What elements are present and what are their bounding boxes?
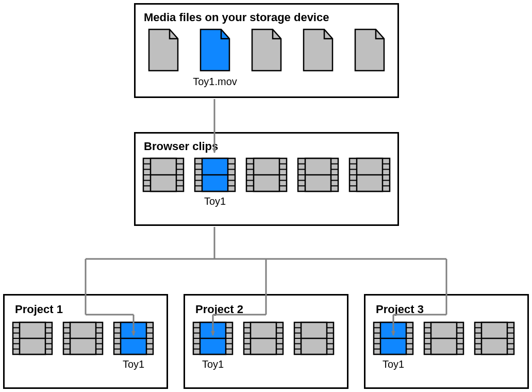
browser-box: Browser clips <box>134 132 399 226</box>
clip-item <box>474 321 515 355</box>
project-box-3: Project 3 Toy1 <box>364 294 529 389</box>
clip-label: Toy1 <box>202 358 224 370</box>
project-box-2: Project 2 Toy1 <box>184 294 348 389</box>
file-item <box>297 28 339 73</box>
clip-icon <box>348 157 391 192</box>
clip-icon <box>245 157 288 192</box>
file-item <box>143 28 184 73</box>
clip-item <box>349 157 390 192</box>
clip-item: Toy1 <box>194 157 236 207</box>
clip-icon <box>62 321 104 355</box>
storage-title: Media files on your storage device <box>144 11 390 24</box>
storage-files-row: Toy1.mov <box>143 28 390 88</box>
project-box-1: Project 1 <box>3 294 168 389</box>
clip-item <box>143 157 184 192</box>
project-clips-row: Toy1 <box>192 321 340 370</box>
browser-clips-row: Toy1 <box>143 157 390 207</box>
diagram-stage: Media files on your storage device Toy1.… <box>0 0 532 392</box>
clip-item <box>62 321 104 355</box>
clip-item <box>297 157 339 192</box>
clip-label: Toy1 <box>123 358 144 370</box>
project-title: Project 3 <box>376 303 520 316</box>
file-icon <box>301 28 336 73</box>
clip-item: Toy1 <box>192 321 234 370</box>
clip-item: Toy1 <box>113 321 154 370</box>
file-label: Toy1.mov <box>193 76 237 88</box>
clip-label: Toy1 <box>383 358 404 370</box>
project-clips-row: Toy1 <box>373 321 520 370</box>
clip-icon-highlight <box>192 321 234 355</box>
clip-icon-highlight <box>113 321 154 355</box>
clip-icon <box>293 321 335 355</box>
file-item <box>349 28 390 73</box>
clip-icon-highlight <box>194 157 236 192</box>
clip-icon <box>12 321 53 355</box>
storage-box: Media files on your storage device Toy1.… <box>134 3 399 98</box>
file-icon-highlight <box>197 28 232 73</box>
clip-icon <box>142 157 185 192</box>
project-clips-row: Toy1 <box>12 321 159 370</box>
file-icon <box>352 28 387 73</box>
file-item: Toy1.mov <box>194 28 236 88</box>
file-icon <box>146 28 181 73</box>
clip-item <box>293 321 335 355</box>
clip-icon <box>243 321 284 355</box>
clip-item <box>12 321 53 355</box>
clip-item: Toy1 <box>373 321 414 370</box>
clip-item <box>243 321 284 355</box>
clip-icon <box>423 321 464 355</box>
clip-label: Toy1 <box>204 195 226 207</box>
project-title: Project 1 <box>15 303 159 316</box>
clip-item <box>423 321 464 355</box>
clip-icon <box>474 321 515 355</box>
clip-icon <box>297 157 339 192</box>
clip-icon-highlight <box>373 321 414 355</box>
project-title: Project 2 <box>195 303 340 316</box>
file-item <box>246 28 287 73</box>
file-icon <box>249 28 284 73</box>
browser-title: Browser clips <box>144 140 390 153</box>
clip-item <box>246 157 287 192</box>
